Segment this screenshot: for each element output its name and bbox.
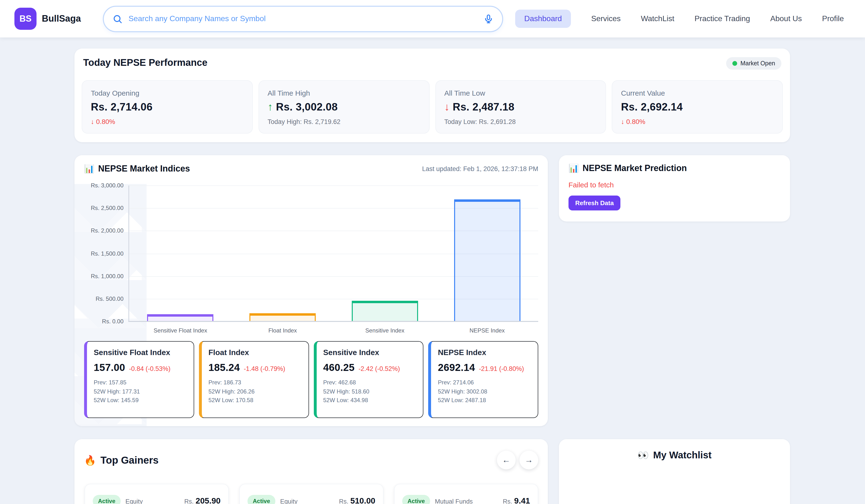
down-arrow-icon: ↓ <box>621 118 624 125</box>
stat-value: Rs. 2,692.14 <box>621 101 774 113</box>
index-value: 157.00 <box>94 362 125 373</box>
index-change: -1.48 (-0.79%) <box>244 365 285 373</box>
search-input[interactable] <box>128 14 478 23</box>
index-name: Sensitive Index <box>323 348 416 357</box>
index-details: Prev: 462.68 52W High: 518.60 52W Low: 4… <box>323 378 416 405</box>
index-card-float: Float Index 185.24 -1.48 (-0.79%) Prev: … <box>199 341 309 418</box>
market-indices-card: 📊 NEPSE Market Indices Last updated: Feb… <box>74 155 548 426</box>
stat-sub-label: Today Low: Rs. 2,691.28 <box>444 118 597 125</box>
top-navbar: BS BullSaga Dashboard Services WatchList… <box>0 0 865 37</box>
next-arrow-button[interactable]: → <box>519 451 538 469</box>
gainer-card[interactable]: Active Mutual Funds Rs. 9.41 <box>394 484 538 504</box>
prediction-title: 📊 NEPSE Market Prediction <box>568 163 781 174</box>
nav-item-services[interactable]: Services <box>591 14 621 23</box>
nav-item-profile[interactable]: Profile <box>822 14 844 23</box>
nav-item-about-us[interactable]: About Us <box>770 14 802 23</box>
stat-change: ↓ 0.80% <box>91 118 244 125</box>
bar-sensitive-float-index <box>147 314 214 321</box>
price: Rs. 205.90 <box>184 496 221 504</box>
stat-value: ↑ Rs. 3,002.08 <box>268 101 420 113</box>
search-bar[interactable] <box>103 5 503 32</box>
price: Rs. 510.00 <box>339 496 375 504</box>
market-prediction-card: 📊 NEPSE Market Prediction Failed to fetc… <box>559 155 790 222</box>
stat-today-opening: Today Opening Rs. 2,714.06 ↓ 0.80% <box>82 80 253 133</box>
gainer-card[interactable]: Active Equity Rs. 205.90 <box>84 484 229 504</box>
x-tick-label: Sensitive Float Index <box>129 327 232 334</box>
stat-label: All Time High <box>268 89 420 97</box>
main-content: Today NEPSE Performance Market Open Toda… <box>0 37 865 504</box>
bar-chart-icon: 📊 <box>568 163 579 174</box>
stat-label: Current Value <box>621 89 774 97</box>
price: Rs. 9.41 <box>503 496 530 504</box>
index-name: Sensitive Float Index <box>94 348 187 357</box>
performance-title: Today NEPSE Performance <box>83 57 207 68</box>
top-gainers-card: 🔥 Top Gainers ← → Active Equity <box>74 439 548 504</box>
app-root: BS BullSaga Dashboard Services WatchList… <box>0 0 865 504</box>
index-card-sensitive: Sensitive Index 460.25 -2.42 (-0.52%) Pr… <box>313 341 424 418</box>
last-updated-label: Last updated: Feb 1, 2026, 12:37:18 PM <box>422 165 538 173</box>
bar-float-index <box>250 313 316 321</box>
brand-logo[interactable]: BS BullSaga <box>14 8 81 30</box>
status-badge: Active <box>93 495 120 504</box>
market-open-dot-icon <box>732 61 737 66</box>
status-badge: Active <box>247 495 275 504</box>
category-label: Equity <box>280 497 298 504</box>
index-details: Prev: 157.85 52W High: 177.31 52W Low: 1… <box>94 378 187 405</box>
up-arrow-icon: ↑ <box>268 101 273 113</box>
market-status-label: Market Open <box>740 60 775 67</box>
index-details: Prev: 186.73 52W High: 206.26 52W Low: 1… <box>209 378 302 405</box>
stat-change: ↓ 0.80% <box>621 118 774 125</box>
stat-label: All Time Low <box>444 89 597 97</box>
bar-sensitive-index <box>352 301 418 321</box>
refresh-data-button[interactable]: Refresh Data <box>568 196 620 210</box>
nav-item-watchlist[interactable]: WatchList <box>641 14 674 23</box>
stat-all-time-high: All Time High ↑ Rs. 3,002.08 Today High:… <box>258 80 430 133</box>
nav-item-dashboard[interactable]: Dashboard <box>515 10 571 28</box>
index-name: NEPSE Index <box>438 348 531 357</box>
main-nav: Dashboard Services WatchList Practice Tr… <box>515 10 844 28</box>
chart-y-axis: Rs. 3,000.00 Rs. 2,500.00 Rs. 2,000.00 R… <box>84 186 128 321</box>
brand-logo-icon: BS <box>14 8 36 30</box>
index-value: 460.25 <box>323 362 355 373</box>
gainers-pager: ← → <box>497 451 538 469</box>
index-value: 185.24 <box>209 362 240 373</box>
stat-value: ↓ Rs. 2,487.18 <box>444 101 597 113</box>
index-change: -0.84 (-0.53%) <box>129 365 171 373</box>
microphone-icon[interactable] <box>484 14 494 24</box>
prev-arrow-button[interactable]: ← <box>497 451 516 469</box>
index-change: -21.91 (-0.80%) <box>479 365 524 373</box>
y-tick-label: Rs. 0.00 <box>102 318 124 325</box>
bar-chart-icon: 📊 <box>84 164 94 174</box>
brand-name: BullSaga <box>42 13 81 24</box>
x-tick-label: NEPSE Index <box>436 327 539 334</box>
stat-label: Today Opening <box>91 89 244 97</box>
index-value: 2692.14 <box>438 362 475 373</box>
category-label: Equity <box>125 497 143 504</box>
index-name: Float Index <box>209 348 302 357</box>
x-axis-line <box>128 321 538 322</box>
y-tick-label: Rs. 500.00 <box>96 295 124 302</box>
performance-stats: Today Opening Rs. 2,714.06 ↓ 0.80% All T… <box>82 80 783 133</box>
y-tick-label: Rs. 1,500.00 <box>91 250 124 257</box>
down-arrow-icon: ↓ <box>444 101 450 113</box>
my-watchlist-card: 👀 My Watchlist <box>559 439 790 504</box>
market-status-badge: Market Open <box>726 57 781 70</box>
x-tick-label: Sensitive Index <box>334 327 436 334</box>
index-card-nepse: NEPSE Index 2692.14 -21.91 (-0.80%) Prev… <box>428 341 539 418</box>
gainer-cards: Active Equity Rs. 205.90 Active Equ <box>84 484 538 504</box>
gainer-card[interactable]: Active Equity Rs. 510.00 <box>239 484 383 504</box>
chart-title: 📊 NEPSE Market Indices <box>84 164 190 174</box>
stat-all-time-low: All Time Low ↓ Rs. 2,487.18 Today Low: R… <box>435 80 606 133</box>
eyes-icon: 👀 <box>637 450 649 461</box>
category-label: Mutual Funds <box>435 497 473 504</box>
stat-sub-label: Today High: Rs. 2,719.62 <box>268 118 420 125</box>
prediction-error-text: Failed to fetch <box>568 181 781 189</box>
index-summary-cards: Sensitive Float Index 157.00 -0.84 (-0.5… <box>84 341 538 418</box>
x-tick-label: Float Index <box>232 327 334 334</box>
y-tick-label: Rs. 1,000.00 <box>91 273 124 279</box>
index-card-sensitive-float: Sensitive Float Index 157.00 -0.84 (-0.5… <box>84 341 194 418</box>
status-badge: Active <box>402 495 430 504</box>
nav-item-practice-trading[interactable]: Practice Trading <box>694 14 750 23</box>
stat-value: Rs. 2,714.06 <box>91 101 244 113</box>
indices-bar-chart: Rs. 3,000.00 Rs. 2,500.00 Rs. 2,000.00 R… <box>84 186 538 321</box>
